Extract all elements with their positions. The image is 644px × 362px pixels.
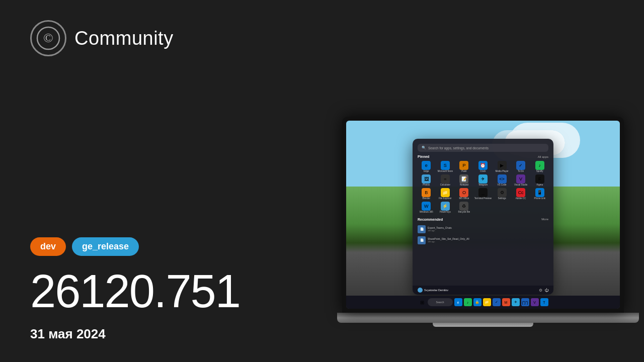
community-logo-icon: © xyxy=(30,20,66,56)
left-panel: © Community dev ge_release 26120.751 31 … xyxy=(0,0,322,362)
pinned-app-terminal[interactable]: _ Terminal Preview xyxy=(474,188,492,200)
laptop-screen-outer: 🔍 Search for apps, settings, and documen… xyxy=(342,117,624,313)
start-button[interactable]: ⊞ xyxy=(418,298,426,306)
release-date: 31 мая 2024 xyxy=(30,326,292,342)
laptop-container: 🔍 Search for apps, settings, and documen… xyxy=(327,35,639,327)
user-info: Svyatoslav Demilov xyxy=(418,288,448,293)
search-icon: 🔍 xyxy=(422,146,426,150)
pinned-app-phone[interactable]: 📱 Phone Link xyxy=(531,188,548,200)
pinned-app-powertoys[interactable]: ⚡ PowerToys xyxy=(437,202,454,214)
main-content: dev ge_release 26120.751 31 мая 2024 xyxy=(30,237,292,342)
svg-text:©: © xyxy=(43,31,53,45)
taskbar-icon-1[interactable]: ♪ xyxy=(464,298,472,306)
taskbar-icon-9[interactable]: T xyxy=(540,298,548,306)
power-icon[interactable]: ⏻ xyxy=(544,288,548,293)
pinned-app-vscode[interactable]: <> VS Code xyxy=(493,174,511,187)
taskbar-icon-8[interactable]: V xyxy=(531,298,539,306)
pinned-label: Pinned xyxy=(418,155,429,158)
recommended-items: 📄 Export_Teams_Chats 14h ago 📄 SharePoin… xyxy=(418,224,548,246)
pinned-app-settings[interactable]: ⚙ Settings xyxy=(493,188,511,200)
pinned-app-todo[interactable]: ✓ To Do xyxy=(512,161,530,173)
start-menu: 🔍 Search for apps, settings, and documen… xyxy=(413,139,553,295)
pinned-app-explorer[interactable]: 📁 File Explorer xyxy=(437,188,454,200)
all-apps-link[interactable]: All apps xyxy=(538,155,548,158)
laptop-base xyxy=(337,313,639,323)
recommended-item[interactable]: 📄 Export_Teams_Chats 14h ago xyxy=(418,224,548,235)
pinned-app-vstudio[interactable]: V Visual Studio xyxy=(512,174,530,187)
pinned-app-calculator[interactable]: = Calculator xyxy=(437,174,454,187)
pinned-header: Pinned All apps xyxy=(418,155,548,158)
brand-name: Community xyxy=(74,28,174,49)
taskbar-icon-2[interactable]: 🔒 xyxy=(473,298,481,306)
pinned-app-photos[interactable]: 🖼 Photos xyxy=(418,174,435,187)
taskbar-icon-6[interactable]: ✈ xyxy=(512,298,520,306)
laptop-screen: 🔍 Search for apps, settings, and documen… xyxy=(346,121,620,309)
recommended-section: Recommended More 📄 Export_Teams_Chats 14… xyxy=(418,218,548,246)
taskbar-edge[interactable]: e xyxy=(454,298,462,306)
pinned-app-win365[interactable]: W Windows 365 xyxy=(418,202,435,214)
start-search-bar[interactable]: 🔍 Search for apps, settings, and documen… xyxy=(418,144,548,152)
settings-icon[interactable]: ⚙ xyxy=(539,288,542,293)
taskbar-icon-4[interactable]: ✓ xyxy=(493,298,501,306)
pinned-app-notepad[interactable]: 📝 Notepad xyxy=(455,174,473,187)
recommended-header: Recommended More xyxy=(418,218,548,221)
pinned-app-spotify[interactable]: ♪ Spotify xyxy=(531,161,548,173)
pinned-app-blender[interactable]: B Blender xyxy=(418,188,435,200)
pinned-app-figma[interactable]: F Figma xyxy=(531,174,548,187)
power-icons[interactable]: ⚙ ⏻ xyxy=(539,288,548,293)
pinned-apps-grid: e Edge S Microsoft Store P Paint ⏰ Clock… xyxy=(418,161,548,214)
user-avatar xyxy=(418,288,423,293)
pinned-app-paint[interactable]: P Paint xyxy=(455,161,473,173)
recommended-item[interactable]: 📄 SharePoint_Site_Set_Read_Only_All 13h … xyxy=(418,235,548,246)
badge-ge-release: ge_release xyxy=(72,237,139,256)
version-number: 26120.751 xyxy=(30,268,292,314)
pinned-app-recycle[interactable]: ♻ Recycle Bin xyxy=(455,202,473,214)
taskbar-icon-5[interactable]: M xyxy=(502,298,510,306)
pinned-app-clock[interactable]: ⏰ Clock xyxy=(474,161,492,173)
pinned-app-msstore[interactable]: S Microsoft Store xyxy=(437,161,454,173)
start-footer: Svyatoslav Demilov ⚙ ⏻ xyxy=(413,286,553,295)
pinned-app-edge[interactable]: e Edge xyxy=(418,161,435,173)
pinned-app-adobecc[interactable]: Cc Adobe CC xyxy=(512,188,530,200)
taskbar: ⊞ Search e ♪ 🔒 📁 ✓ M ✈ {"}"} V T xyxy=(346,296,620,309)
pinned-app-mediaplayer[interactable]: ▶ Media Player xyxy=(493,161,511,173)
right-panel: 🔍 Search for apps, settings, and documen… xyxy=(322,0,644,362)
logo-area: © Community xyxy=(30,20,292,56)
taskbar-icon-3[interactable]: 📁 xyxy=(483,298,491,306)
laptop-body: 🔍 Search for apps, settings, and documen… xyxy=(337,117,629,327)
pinned-app-msoffice[interactable]: O MS Office xyxy=(455,188,473,200)
search-placeholder: Search for apps, settings, and documents xyxy=(428,146,489,150)
badges-container: dev ge_release xyxy=(30,237,292,256)
more-link[interactable]: More xyxy=(541,218,548,221)
laptop-stand xyxy=(433,323,533,327)
taskbar-search[interactable]: Search xyxy=(428,298,453,306)
recommended-label: Recommended xyxy=(418,218,443,221)
user-name: Svyatoslav Demilov xyxy=(424,289,448,292)
pinned-app-telegram[interactable]: ✈ Telegram xyxy=(474,174,492,187)
badge-dev: dev xyxy=(30,237,66,256)
taskbar-icon-7[interactable]: {"}"} xyxy=(521,298,529,306)
